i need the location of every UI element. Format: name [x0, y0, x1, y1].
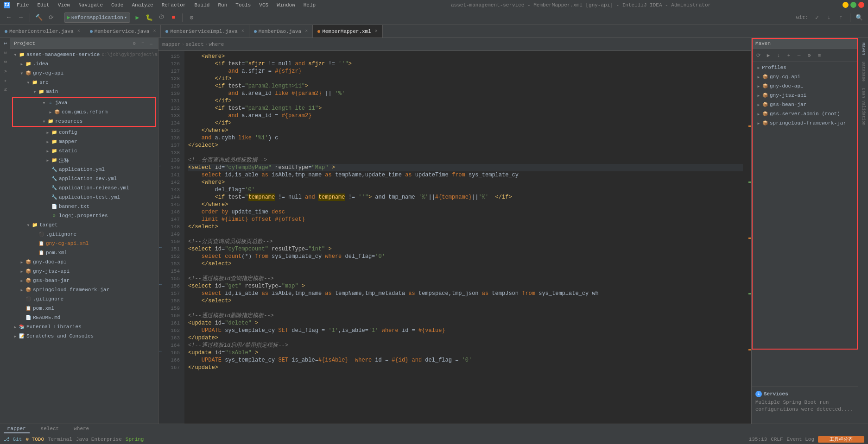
breadcrumb-mapper[interactable]: mapper — [162, 42, 181, 47]
tab-member-controller[interactable]: MemberController.java × — [0, 25, 85, 38]
ant-icon[interactable]: A — [1, 68, 9, 75]
tree-item-root-pom[interactable]: ▶ 📋 pom.xml — [10, 304, 158, 313]
menu-window[interactable]: Window — [273, 1, 299, 9]
menu-vcs[interactable]: VCS — [255, 1, 272, 9]
maven-gny-doc-api[interactable]: ▶ 📦 gny-doc-api — [752, 81, 858, 91]
bottom-tab-where[interactable]: where — [70, 425, 93, 433]
build-button[interactable]: 🔨 — [34, 13, 44, 23]
sync-button[interactable]: ⟳ — [46, 13, 56, 23]
breadcrumb-where[interactable]: where — [209, 42, 224, 47]
tree-item-springcloud[interactable]: ▶ 📦 springcloud-framework-jar — [10, 285, 158, 294]
tree-item-scratches[interactable]: ▶ 📝 Scratches and Consoles — [10, 331, 158, 341]
tree-item-log4j-prop[interactable]: ▶ ⚙ log4j.properties — [10, 211, 158, 220]
tab-member-service-impl[interactable]: MemberServiceImpl.java × — [161, 25, 249, 38]
tree-item-app-test-yml[interactable]: ▶ 🔧 application-test.yml — [10, 193, 158, 202]
tree-item-external-libs[interactable]: ▶ 📚 External Libraries — [10, 322, 158, 331]
tree-item-main[interactable]: ▼ 📁 main — [10, 87, 158, 96]
run-config-dropdown[interactable]: ▶ ReformApplication ▾ — [64, 13, 130, 23]
git-push-button[interactable]: ↑ — [836, 13, 846, 23]
menu-navigate[interactable]: Navigate — [75, 1, 107, 9]
maven-gss-server-admin[interactable]: ▶ 📦 gss-server-admin (root) — [752, 109, 858, 119]
position-indicator[interactable]: 135:13 — [749, 437, 767, 442]
tree-item-gny-cg-xml[interactable]: ▶ 📋 gny-cg-api.xml — [10, 239, 158, 248]
structure-icon[interactable]: S — [1, 49, 9, 56]
git-commit-button[interactable]: ✓ — [812, 13, 822, 23]
terminal-status[interactable]: Terminal — [48, 437, 72, 442]
line-ending-indicator[interactable]: CRLF — [771, 437, 783, 442]
tree-item-app-dev-yml[interactable]: ▶ 🔧 application-dev.yml — [10, 174, 158, 183]
bottom-tab-mapper[interactable]: mapper — [4, 425, 30, 433]
maximize-button[interactable] — [850, 2, 856, 8]
tree-item-gny-cg-api[interactable]: ▼ 📦 gny-cg-api — [10, 69, 158, 78]
code-editor[interactable]: <where> <if test="sfjzr != null and sfjz… — [184, 51, 747, 424]
tree-item-com-gmis[interactable]: ▶ 📦 com.gmis.reform — [13, 107, 155, 117]
menu-run[interactable]: Run — [214, 1, 231, 9]
project-panel-icons[interactable]: ⚙ − … — [131, 40, 154, 47]
maven-run-btn[interactable]: ▶ — [764, 51, 773, 60]
maven-gny-jtsz-api[interactable]: ▶ 📦 gny-jtsz-api — [752, 91, 858, 100]
tree-item-gitignore[interactable]: ▶ ⚫ .gitignore — [10, 230, 158, 239]
maven-gny-cg-api[interactable]: ▶ 📦 gny-cg-api — [752, 72, 858, 81]
maven-collapse-btn[interactable]: — — [794, 51, 804, 60]
window-controls[interactable] — [843, 2, 864, 8]
collapse-icon[interactable]: − — [139, 40, 146, 47]
tree-item-static[interactable]: ▶ 📁 static — [10, 146, 158, 156]
stop-button[interactable]: ■ — [168, 13, 178, 23]
more-icon[interactable]: … — [148, 40, 154, 47]
java-enterprise-status[interactable]: Java Enterprise — [76, 437, 122, 442]
maven-tool-label[interactable]: Maven — [860, 40, 867, 58]
tree-item-gny-doc-api[interactable]: ▶ 📦 gny-doc-api — [10, 257, 158, 267]
maven-download-btn[interactable]: ↓ — [774, 51, 783, 60]
menu-file[interactable]: File — [13, 1, 32, 9]
tree-item-idea[interactable]: ▶ 📁 .idea — [10, 59, 158, 69]
database-tool-label[interactable]: Database — [860, 59, 867, 84]
menu-help[interactable]: Help — [300, 1, 319, 9]
git-status[interactable]: ⎇ Git — [4, 436, 22, 442]
tab-member-mapper[interactable]: MemberMapper.xml × — [313, 25, 383, 38]
tree-item-java[interactable]: ▼ ☕ java — [13, 98, 155, 107]
tab-close-icon[interactable]: × — [77, 29, 80, 34]
maven-gss-bean-jar[interactable]: ▶ 📦 gss-bean-jar — [752, 100, 858, 109]
tab-close-icon[interactable]: × — [305, 29, 308, 34]
maven-profiles-item[interactable]: ▶ Profiles — [752, 63, 858, 72]
favorites-icon[interactable]: ★ — [1, 77, 9, 84]
tree-item-pom-xml[interactable]: ▶ 📋 pom.xml — [10, 248, 158, 257]
bottom-tab-select[interactable]: select — [37, 425, 63, 433]
tree-item-readme[interactable]: ▶ 📄 README.md — [10, 313, 158, 322]
tree-item-gss-bean-jar[interactable]: ▶ 📦 gss-bean-jar — [10, 276, 158, 285]
menu-edit[interactable]: Edit — [33, 1, 53, 9]
minimize-button[interactable] — [843, 2, 849, 8]
menu-code[interactable]: Code — [108, 1, 127, 9]
maven-springcloud[interactable]: ▶ 📦 springcloud-framework-jar — [752, 119, 858, 128]
menu-tools[interactable]: Tools — [232, 1, 254, 9]
tree-item-app-release-yml[interactable]: ▶ 🔧 application-release.yml — [10, 183, 158, 193]
run-button[interactable]: ▶ — [132, 13, 142, 23]
menu-refactor[interactable]: Refactor — [158, 1, 190, 9]
tab-close-icon[interactable]: × — [153, 29, 156, 34]
tree-item-root-gitignore[interactable]: ▶ ⚫ .gitignore — [10, 294, 158, 304]
maven-settings-btn[interactable]: ≡ — [815, 51, 824, 60]
tab-member-service[interactable]: MemberService.java × — [85, 25, 161, 38]
search-everywhere-button[interactable]: 🔍 — [854, 13, 864, 23]
tree-item-banner-txt[interactable]: ▶ 📄 banner.txt — [10, 202, 158, 211]
menu-build[interactable]: Build — [190, 1, 213, 9]
tree-item-config[interactable]: ▶ 📁 config — [10, 128, 158, 137]
tree-item-resources[interactable]: ▼ 📁 resources — [13, 117, 155, 126]
maven-filter-btn[interactable]: ⚙ — [805, 51, 814, 60]
todo-status[interactable]: # TODO — [25, 437, 44, 442]
debug-button[interactable]: 🐛 — [144, 13, 154, 23]
settings-icon[interactable]: ⚙ — [131, 40, 138, 47]
tree-item-app-yml[interactable]: ▶ 🔧 application.yml — [10, 165, 158, 174]
tree-item-gny-jtsz-api[interactable]: ▶ 📦 gny-jtsz-api — [10, 267, 158, 276]
event-log[interactable]: Event Log — [787, 437, 814, 442]
menu-analyze[interactable]: Analyze — [128, 1, 157, 9]
menu-view[interactable]: View — [54, 1, 74, 9]
git-update-button[interactable]: ↓ — [824, 13, 834, 23]
tab-member-dao[interactable]: MemberDao.java × — [249, 25, 313, 38]
maven-reload-btn[interactable]: ⟳ — [754, 51, 763, 60]
project-tool-icon[interactable]: 1 — [1, 40, 9, 47]
menu-bar[interactable]: File Edit View Navigate Code Analyze Ref… — [13, 1, 319, 9]
coverage-button[interactable]: ⏱ — [156, 13, 166, 23]
tree-item-comment[interactable]: ▶ 📁 注释 — [10, 156, 158, 165]
close-button[interactable] — [858, 2, 864, 8]
